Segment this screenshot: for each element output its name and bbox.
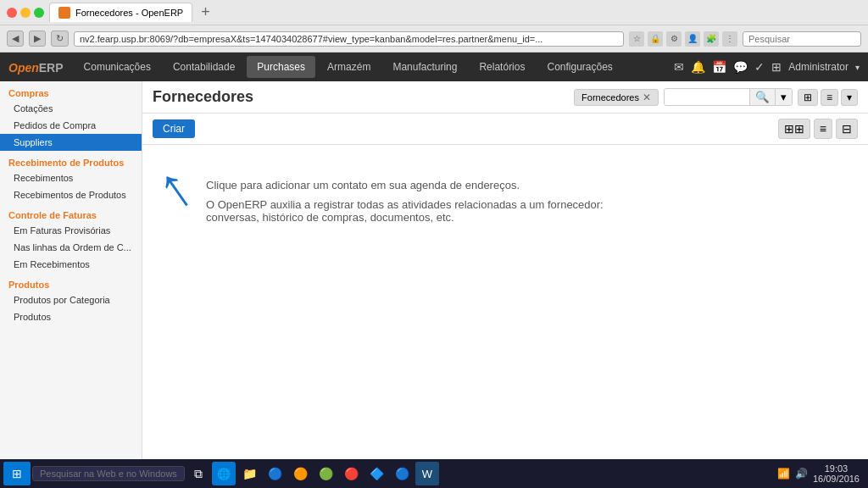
empty-state: ↑ Clique para adicionar um contato em su… <box>142 145 868 470</box>
address-input[interactable] <box>74 31 624 47</box>
taskbar-sound-icon: 🔊 <box>795 468 808 480</box>
sidebar-item-recebimentos-produtos[interactable]: Recebimentos de Produtos <box>0 186 142 203</box>
taskbar-task-view[interactable]: ⧉ <box>186 462 210 485</box>
back-btn[interactable]: ◀ <box>7 30 24 47</box>
header-filter-area: Fornecedores ✕ 🔍 ▾ ⊞ ≡ ▾ <box>574 88 858 106</box>
browser-chrome: Fornecedores - OpenERP + <box>0 0 868 25</box>
taskbar-edge[interactable]: 🌐 <box>212 462 236 485</box>
taskbar-network-icon: 📶 <box>777 468 790 480</box>
toolbar-icons: ☆ 🔒 ⚙ 👤 🧩 ⋮ <box>629 31 737 47</box>
taskbar-app5[interactable]: 🔷 <box>364 462 388 485</box>
more-icon[interactable]: ⋮ <box>722 31 737 47</box>
page-title: Fornecedores <box>153 88 253 106</box>
sidebar-section-controle-faturas: Controle de Faturas <box>0 203 142 222</box>
empty-line1: Clique para adicionar um contato em sua … <box>206 179 604 191</box>
taskbar-word[interactable]: W <box>415 462 439 485</box>
main-content: Fornecedores Fornecedores ✕ 🔍 ▾ ⊞ ≡ ▾ <box>142 81 868 488</box>
sidebar-item-pedidos-de-compra[interactable]: Pedidos de Compra <box>0 117 142 134</box>
empty-arrow: ↑ <box>145 154 203 219</box>
more-view-btn[interactable]: ⊟ <box>836 119 858 139</box>
bookmark-icon[interactable]: ☆ <box>629 31 644 47</box>
view-more-btn[interactable]: ▾ <box>841 89 858 106</box>
taskbar-clock: 19:03 16/09/2016 <box>813 463 860 484</box>
filter-tag-remove[interactable]: ✕ <box>643 92 651 103</box>
filter-tag: Fornecedores ✕ <box>574 89 659 106</box>
nav-manufacturing[interactable]: Manufacturing <box>382 56 467 78</box>
messages-icon[interactable]: ✉ <box>674 60 684 74</box>
browser-tab[interactable]: Fornecedores - OpenERP <box>49 3 192 22</box>
empty-line2: O OpenERP auxilia a registrar todas as a… <box>206 198 604 224</box>
win-close-btn[interactable] <box>7 8 17 18</box>
top-nav: OpenERP Comunicações Contabilidade Purch… <box>0 53 868 81</box>
sidebar-section-recebimento: Recebimento de Produtos <box>0 151 142 169</box>
tab-title: Fornecedores - OpenERP <box>75 8 183 18</box>
taskbar-app1[interactable]: 🔵 <box>263 462 287 485</box>
taskbar-explorer[interactable]: 📁 <box>237 462 261 485</box>
logo-open: Open <box>8 61 39 75</box>
taskbar-right: 📶 🔊 19:03 16/09/2016 <box>777 463 865 484</box>
taskbar-app6[interactable]: 🔵 <box>390 462 414 485</box>
logo: OpenERP <box>8 58 64 76</box>
empty-line2-text: O OpenERP auxilia a registrar todas as a… <box>206 198 604 211</box>
nav-configuracoes[interactable]: Configurações <box>537 56 622 78</box>
taskbar-app4[interactable]: 🔴 <box>339 462 363 485</box>
sidebar-item-em-recebimentos[interactable]: Em Recebimentos <box>0 256 142 273</box>
taskbar-search-input[interactable] <box>32 466 185 481</box>
nav-contabilidade[interactable]: Contabilidade <box>163 56 245 78</box>
filter-input-group: 🔍 ▾ <box>664 88 793 106</box>
view-list-btn[interactable]: ≡ <box>821 89 838 106</box>
sidebar-item-em-faturas-provisorias[interactable]: Em Faturas Provisórias <box>0 222 142 239</box>
tab-favicon <box>58 7 70 19</box>
kanban-view-btn[interactable]: ⊞⊞ <box>778 119 810 139</box>
win-max-btn[interactable] <box>34 8 44 18</box>
view-toggle: ⊞ ≡ ▾ <box>798 89 858 106</box>
forward-btn[interactable]: ▶ <box>29 30 46 47</box>
filter-input[interactable] <box>665 89 749 105</box>
view-controls: ⊞⊞ ≡ ⊟ <box>778 119 858 139</box>
app-container: OpenERP Comunicações Contabilidade Purch… <box>0 53 868 488</box>
browser-search-input[interactable] <box>743 31 861 47</box>
taskbar-start-btn[interactable]: ⊞ <box>3 462 31 485</box>
sidebar-item-nas-linhas[interactable]: Nas linhas da Ordem de C... <box>0 239 142 256</box>
sidebar-item-produtos-por-categoria[interactable]: Produtos por Categoria <box>0 291 142 308</box>
nav-comunicacoes[interactable]: Comunicações <box>74 56 161 78</box>
content-header: Fornecedores Fornecedores ✕ 🔍 ▾ ⊞ ≡ ▾ <box>142 81 868 114</box>
sidebar-item-cotacoes[interactable]: Cotações <box>0 100 142 117</box>
taskbar-app2[interactable]: 🟠 <box>288 462 312 485</box>
new-tab-btn[interactable]: + <box>201 3 210 21</box>
logo-erp: ERP <box>39 61 64 75</box>
list-view-btn[interactable]: ≡ <box>814 119 832 139</box>
criar-button[interactable]: Criar <box>153 119 195 138</box>
sidebar-item-produtos[interactable]: Produtos <box>0 308 142 325</box>
calendar-icon[interactable]: 📅 <box>712 60 726 74</box>
taskbar-date-value: 16/09/2016 <box>813 474 860 484</box>
sidebar-section-produtos: Produtos <box>0 273 142 291</box>
nav-relatorios[interactable]: Relatórios <box>469 56 535 78</box>
taskbar-app3[interactable]: 🟢 <box>314 462 337 485</box>
todo-icon[interactable]: ✓ <box>754 60 765 74</box>
sidebar-item-recebimentos[interactable]: Recebimentos <box>0 169 142 186</box>
empty-line3-text: conversas, histórico de compras, documen… <box>206 211 454 224</box>
nav-purchases[interactable]: Purchases <box>247 56 315 78</box>
alert-icon[interactable]: 🔔 <box>691 60 705 74</box>
filter-tag-label: Fornecedores <box>581 92 639 103</box>
filter-search-btn[interactable]: 🔍 <box>749 89 775 105</box>
sidebar-item-suppliers[interactable]: Suppliers <box>0 134 142 151</box>
settings-icon[interactable]: ⚙ <box>666 31 682 47</box>
apps-icon[interactable]: ⊞ <box>771 60 782 74</box>
user-dropdown-icon[interactable]: ▾ <box>855 63 860 72</box>
reload-btn[interactable]: ↻ <box>51 30 69 47</box>
address-bar-row: ◀ ▶ ↻ ☆ 🔒 ⚙ 👤 🧩 ⋮ <box>0 25 868 53</box>
win-min-btn[interactable] <box>20 8 31 18</box>
sidebar: Compras Cotações Pedidos de Compra Suppl… <box>0 81 142 488</box>
view-kanban-btn[interactable]: ⊞ <box>798 89 818 106</box>
app-body: Compras Cotações Pedidos de Compra Suppl… <box>0 81 868 488</box>
sidebar-section-compras: Compras <box>0 81 142 100</box>
filter-dropdown-btn[interactable]: ▾ <box>775 89 792 105</box>
chat-icon[interactable]: 💬 <box>733 60 748 74</box>
extensions-icon[interactable]: 🧩 <box>704 31 719 47</box>
lock-icon[interactable]: 🔒 <box>648 31 663 47</box>
profile-icon[interactable]: 👤 <box>685 31 700 47</box>
user-menu[interactable]: Administrator <box>788 61 849 73</box>
nav-armazem[interactable]: Armazém <box>317 56 381 78</box>
